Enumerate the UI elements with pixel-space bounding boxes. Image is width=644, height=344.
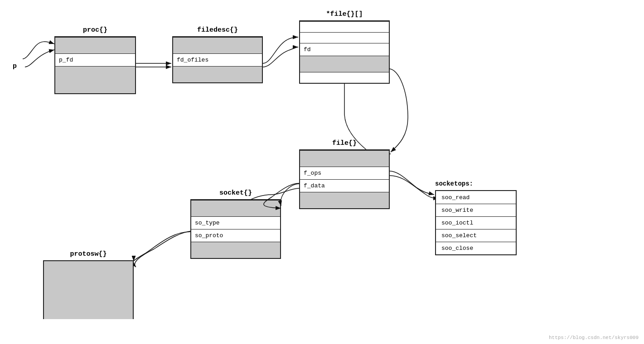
file-row-fdata: f_data	[300, 179, 389, 192]
socketops-box: soo_read soo_write soo_ioctl soo_select …	[435, 190, 517, 255]
proc-struct: proc{} p_fd	[54, 36, 136, 94]
file-row-3	[300, 192, 389, 208]
proc-row-0	[55, 37, 135, 53]
file-title: file{}	[300, 139, 389, 147]
proc-row-2	[55, 66, 135, 93]
watermark: https://blog.csdn.net/skyrs009	[549, 335, 639, 340]
p-label: p	[13, 62, 17, 70]
socket-row-proto: so_proto	[191, 229, 280, 242]
proc-row-pfd: p_fd	[55, 53, 135, 66]
socketops-row-close: soo_close	[436, 242, 516, 254]
socket-title: socket{}	[191, 189, 280, 197]
filedesc-row-ofiles: fd_ofiles	[173, 53, 262, 66]
filedesc-row-0	[173, 37, 262, 53]
file-array-title: *file{}[]	[300, 10, 389, 18]
socket-row-type: so_type	[191, 216, 280, 229]
diagram-container: p proc{} p_fd filedesc{} fd_ofiles *file…	[0, 0, 644, 344]
file-struct: file{} f_ops f_data	[299, 149, 390, 209]
socket-struct: socket{} so_type so_proto	[190, 199, 281, 259]
protosw-struct: protosw{}	[43, 260, 134, 319]
socket-row-3	[191, 242, 280, 258]
file-array-struct: *file{}[] fd	[299, 20, 390, 84]
socketops-row-ioctl: soo_ioctl	[436, 216, 516, 229]
protosw-title: protosw{}	[44, 250, 133, 258]
socketops-row-read: soo_read	[436, 191, 516, 204]
file-row-0	[300, 150, 389, 167]
filedesc-row-2	[173, 66, 262, 82]
file-row-fops: f_ops	[300, 167, 389, 179]
file-array-row-gray	[300, 56, 389, 72]
protosw-row-0	[44, 261, 133, 319]
filedesc-title: filedesc{}	[173, 26, 262, 34]
file-array-row-0	[300, 21, 389, 32]
file-array-row-4	[300, 72, 389, 83]
file-array-row-fd: fd	[300, 43, 389, 56]
socketops-label: socketops:	[435, 180, 473, 187]
socketops-row-select: soo_select	[436, 229, 516, 242]
proc-title: proc{}	[55, 26, 135, 34]
filedesc-struct: filedesc{} fd_ofiles	[172, 36, 263, 83]
socketops-row-write: soo_write	[436, 204, 516, 216]
file-array-row-1	[300, 32, 389, 43]
socket-row-0	[191, 200, 280, 216]
